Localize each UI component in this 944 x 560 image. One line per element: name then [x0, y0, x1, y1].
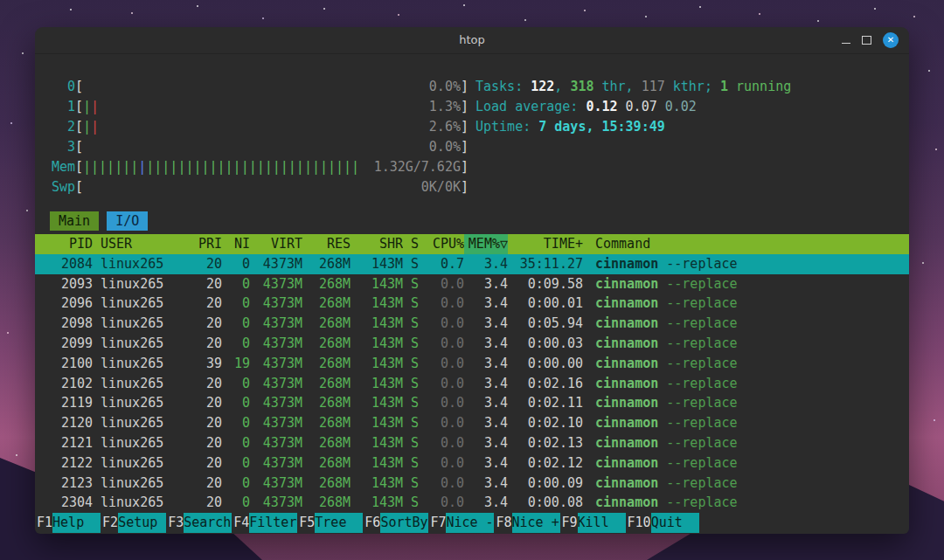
cell-pri: 20	[177, 334, 222, 354]
process-row[interactable]: 2099linux2652004373M268M143MS0.03.40:00.…	[35, 334, 909, 354]
process-row[interactable]: 2084linux2652004373M268M143MS0.73.435:11…	[35, 254, 909, 274]
command-args: --replace	[658, 376, 737, 391]
fn-f9-kill-button[interactable]: F9Kill	[560, 513, 626, 533]
meter-label: Mem	[49, 157, 75, 177]
meter-tick: |	[83, 119, 91, 135]
process-row[interactable]: 2098linux2652004373M268M143MS0.03.40:05.…	[35, 314, 909, 334]
fn-f6-sortby-button[interactable]: F6SortBy	[363, 513, 428, 533]
cell-user: linux265	[93, 474, 177, 494]
cpu-meter-2: 2[||2.6%]	[49, 117, 469, 137]
fn-key-label: F10	[626, 513, 651, 533]
cell-ni: 0	[222, 393, 250, 413]
minimize-icon[interactable]	[842, 43, 850, 44]
process-row[interactable]: 2123linux2652004373M268M143MS0.03.40:00.…	[35, 474, 909, 494]
column-header-cpu[interactable]: CPU%	[422, 234, 464, 254]
tasks-line-segment: Tasks:	[475, 77, 531, 97]
fn-f2-setup-button[interactable]: F2Setup	[101, 513, 166, 533]
fn-f5-tree-button[interactable]: F5Tree	[297, 513, 363, 533]
cell-command: cinnamon --replace	[583, 294, 909, 314]
process-row[interactable]: 2102linux2652004373M268M143MS0.03.40:02.…	[35, 374, 909, 394]
process-row[interactable]: 2096linux2652004373M268M143MS0.03.40:00.…	[35, 294, 909, 314]
tasks-line-segment: 1	[720, 77, 728, 97]
cell-pri: 20	[177, 474, 222, 494]
cell-ni: 0	[222, 274, 250, 294]
bracket-close-icon: ]	[461, 177, 469, 197]
fn-f4-filter-button[interactable]: F4Filter	[232, 513, 297, 533]
meter-value: 0.0%	[429, 137, 461, 157]
column-header-virt[interactable]: VIRT	[250, 234, 302, 254]
close-icon[interactable]: ✕	[883, 32, 899, 48]
cell-s: S	[403, 254, 422, 274]
load-average-line-segment: Load average:	[475, 97, 586, 117]
fn-f10-quit-button[interactable]: F10Quit	[626, 513, 699, 533]
cell-res: 268M	[302, 294, 351, 314]
column-header-pri[interactable]: PRI	[177, 234, 222, 254]
cell-time: 0:05.94	[508, 314, 583, 334]
cell-shr: 143M	[351, 274, 403, 294]
command-args: --replace	[658, 494, 737, 510]
cell-time: 0:00.01	[508, 294, 583, 314]
fn-f1-help-button[interactable]: F1Help	[35, 513, 101, 533]
meter-value: 2.6%	[429, 117, 461, 137]
window-titlebar[interactable]: htop ✕	[35, 27, 909, 54]
cell-mem: 3.4	[464, 334, 508, 354]
cell-command: cinnamon --replace	[583, 274, 909, 294]
process-row[interactable]: 2119linux2652004373M268M143MS0.03.40:02.…	[35, 393, 909, 413]
process-row[interactable]: 2122linux2652004373M268M143MS0.03.40:02.…	[35, 453, 909, 474]
swap-meter: Swp[0K/0K]	[49, 177, 469, 197]
cell-command: cinnamon --replace	[583, 493, 909, 513]
meter-ticks: |||||||||||||||||||||||||||||||||||	[83, 157, 359, 177]
cell-virt: 4373M	[250, 433, 302, 453]
maximize-icon[interactable]	[862, 36, 871, 45]
process-row[interactable]: 2100linux26539194373M268M143MS0.03.40:00…	[35, 354, 909, 374]
column-header-cmd[interactable]: Command	[583, 234, 909, 254]
cell-shr: 143M	[351, 474, 403, 494]
fn-f7-nice-button[interactable]: F7Nice -	[428, 513, 494, 533]
command-args: --replace	[658, 435, 737, 451]
process-row[interactable]: 2120linux2652004373M268M143MS0.03.40:02.…	[35, 413, 909, 433]
meter-body: |||||||||||||||||||||||||||||||||||1.32G…	[83, 157, 461, 177]
column-header-ni[interactable]: NI	[222, 234, 250, 254]
cell-res: 268M	[302, 474, 351, 494]
fn-f3-search-button[interactable]: F3Search	[166, 513, 232, 533]
meters-column-right: Tasks: 122, 318 thr, 117 kthr; 1 running…	[475, 77, 895, 197]
column-header-res[interactable]: RES	[302, 234, 351, 254]
column-header-time[interactable]: TIME+	[508, 234, 583, 254]
cell-mem: 3.4	[464, 274, 508, 294]
column-header-shr[interactable]: SHR	[351, 234, 403, 254]
cell-shr: 143M	[351, 433, 403, 453]
meter-label: 3	[49, 137, 75, 157]
process-row[interactable]: 2093linux2652004373M268M143MS0.03.40:09.…	[35, 274, 909, 294]
fn-key-label: F8	[494, 513, 511, 533]
cell-command: cinnamon --replace	[583, 354, 909, 374]
column-header-mem[interactable]: MEM%▽	[464, 234, 508, 254]
cell-pri: 20	[177, 413, 222, 433]
command-name: cinnamon	[595, 315, 658, 331]
cell-time: 0:00.00	[508, 354, 583, 374]
meters-column-left: 0[0.0%]1[||1.3%]2[||2.6%]3[0.0%]Mem[||||…	[49, 77, 469, 197]
cell-s: S	[403, 354, 422, 374]
cell-command: cinnamon --replace	[583, 433, 909, 453]
tab-io[interactable]: I/O	[107, 211, 148, 231]
cell-mem: 3.4	[464, 474, 508, 494]
column-header-s[interactable]: S	[403, 234, 422, 254]
cell-user: linux265	[93, 274, 177, 294]
process-row[interactable]: 2121linux2652004373M268M143MS0.03.40:02.…	[35, 433, 909, 453]
window-title: htop	[35, 33, 909, 46]
column-header-pid[interactable]: PID	[35, 234, 93, 254]
function-key-bar: F1HelpF2SetupF3SearchF4FilterF5TreeF6Sor…	[35, 513, 909, 533]
cell-mem: 3.4	[464, 453, 508, 474]
tab-main[interactable]: Main	[50, 211, 99, 231]
meter-value: 1.32G/7.62G	[374, 157, 461, 177]
fn-f8-nice-button[interactable]: F8Nice +	[494, 513, 559, 533]
meter-value: 1.3%	[429, 97, 461, 117]
fn-action-label: Kill	[578, 513, 626, 533]
column-header-user[interactable]: USER	[93, 234, 177, 254]
tasks-line-segment: 318	[570, 77, 593, 97]
command-args: --replace	[658, 395, 737, 411]
cell-res: 268M	[302, 393, 351, 413]
command-args: --replace	[658, 276, 737, 292]
stars-decoration	[0, 0, 2, 2]
process-row[interactable]: 2304linux2652004373M268M143MS0.03.40:00.…	[35, 493, 909, 513]
meter-label: 1	[49, 97, 75, 117]
